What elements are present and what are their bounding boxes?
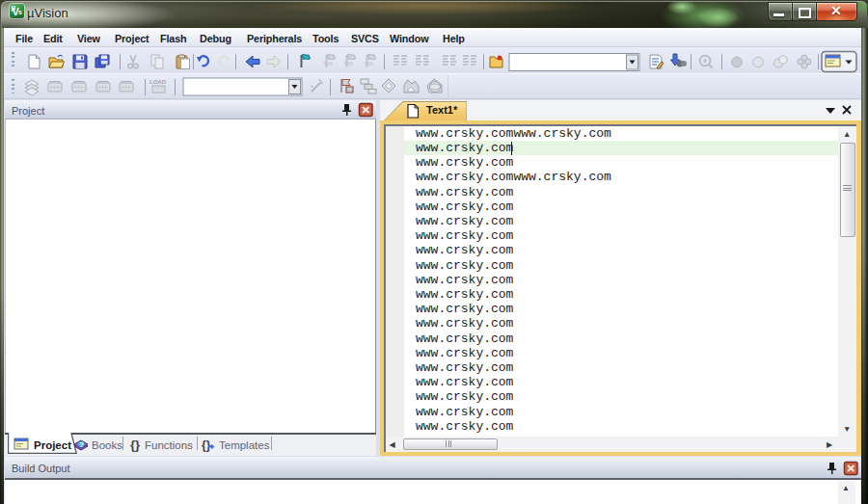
svg-text:Books: Books bbox=[92, 439, 122, 451]
svg-text:Project: Project bbox=[34, 439, 71, 451]
svg-text:Functions: Functions bbox=[145, 439, 193, 451]
svg-text:?: ? bbox=[79, 440, 84, 449]
svg-text:LOAD: LOAD bbox=[149, 79, 167, 85]
svg-text:{}: {} bbox=[130, 438, 140, 452]
svg-text:{}: {} bbox=[202, 438, 211, 452]
svg-text:Templates: Templates bbox=[219, 439, 270, 451]
